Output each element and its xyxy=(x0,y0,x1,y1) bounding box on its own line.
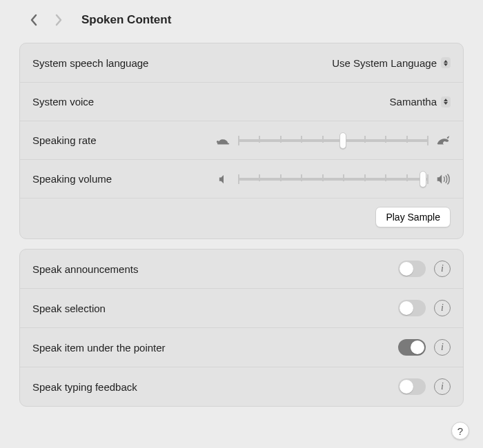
row-label: Speaking volume xyxy=(32,173,112,185)
nav-forward-button[interactable] xyxy=(52,12,65,28)
header-bar: Spoken Content xyxy=(0,0,483,33)
row-label: System voice xyxy=(32,96,94,108)
speaking-volume-slider[interactable] xyxy=(238,173,428,185)
speaking-volume-slider-wrap xyxy=(216,173,451,185)
chevron-right-icon xyxy=(54,14,63,26)
nav-back-button[interactable] xyxy=(28,12,40,28)
page-title: Spoken Content xyxy=(81,13,171,27)
row-system-voice: System voice Samantha xyxy=(20,82,463,121)
question-mark-icon: ? xyxy=(457,425,463,437)
toggle-switch[interactable] xyxy=(398,339,426,356)
info-button[interactable]: i xyxy=(434,339,451,356)
info-button[interactable]: i xyxy=(434,300,451,316)
speech-settings-card: System speech language Use System Langua… xyxy=(19,43,464,239)
speaking-rate-slider[interactable] xyxy=(238,134,428,147)
volume-low-icon xyxy=(216,173,231,185)
row-speaking-rate: Speaking rate xyxy=(20,121,463,159)
row-speak-option: Speak item under the pointer i xyxy=(20,327,463,367)
system-voice-popup[interactable]: Samantha xyxy=(390,96,451,108)
help-button[interactable]: ? xyxy=(451,422,469,440)
info-icon: i xyxy=(441,342,444,353)
system-speech-language-popup[interactable]: Use System Language xyxy=(332,57,451,69)
row-label: Speak typing feedback xyxy=(32,381,137,393)
row-label: Speak selection xyxy=(32,303,106,314)
info-button[interactable]: i xyxy=(434,378,451,395)
toggle-switch[interactable] xyxy=(398,261,426,277)
row-speak-option: Speak announcements i xyxy=(20,250,463,288)
info-icon: i xyxy=(441,263,444,274)
speaking-rate-slider-wrap xyxy=(216,134,451,147)
info-button[interactable]: i xyxy=(434,261,451,277)
row-label: Speaking rate xyxy=(32,134,97,146)
tortoise-icon xyxy=(216,134,231,147)
row-play-sample: Play Sample xyxy=(20,198,463,238)
toggle-switch[interactable] xyxy=(398,378,426,395)
row-system-speech-language: System speech language Use System Langua… xyxy=(20,43,463,82)
row-label: Speak announcements xyxy=(32,263,138,275)
hare-icon xyxy=(435,134,451,147)
slider-thumb[interactable] xyxy=(339,132,346,149)
popup-value: Use System Language xyxy=(332,57,437,69)
row-label: System speech language xyxy=(32,57,148,69)
slider-thumb[interactable] xyxy=(420,171,426,187)
row-speaking-volume: Speaking volume xyxy=(20,159,463,198)
speak-options-card: Speak announcements i Speak selection i … xyxy=(19,249,464,407)
popup-value: Samantha xyxy=(390,96,437,108)
row-speak-option: Speak selection i xyxy=(20,288,463,327)
chevron-left-icon xyxy=(29,14,39,26)
updown-stepper-icon xyxy=(441,96,451,108)
info-icon: i xyxy=(441,303,444,314)
play-sample-button[interactable]: Play Sample xyxy=(375,207,451,227)
row-label: Speak item under the pointer xyxy=(32,342,166,354)
updown-stepper-icon xyxy=(441,57,451,68)
row-speak-option: Speak typing feedback i xyxy=(20,367,463,406)
volume-high-icon xyxy=(435,173,451,185)
toggle-switch[interactable] xyxy=(398,300,426,316)
info-icon: i xyxy=(441,381,444,392)
